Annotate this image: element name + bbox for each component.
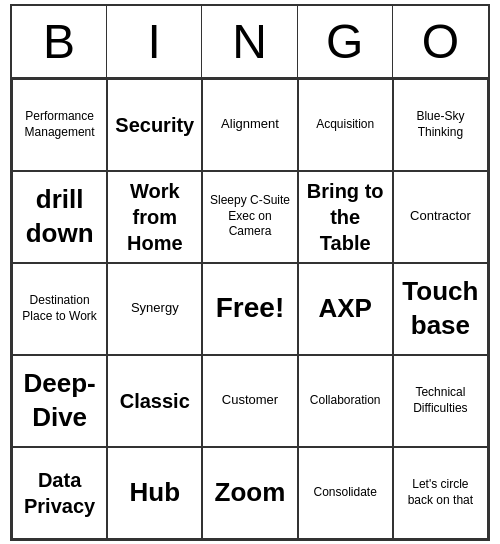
bingo-cell-12: Free! (202, 263, 297, 355)
bingo-card: BINGO Performance ManagementSecurityAlig… (10, 4, 490, 541)
bingo-cell-17: Customer (202, 355, 297, 447)
bingo-cell-13: AXP (298, 263, 393, 355)
bingo-letter-g: G (298, 6, 393, 77)
bingo-letter-n: N (202, 6, 297, 77)
bingo-header: BINGO (12, 6, 488, 79)
bingo-cell-19: Technical Difficulties (393, 355, 488, 447)
bingo-cell-8: Bring to the Table (298, 171, 393, 263)
bingo-cell-7: Sleepy C-Suite Exec on Camera (202, 171, 297, 263)
bingo-cell-16: Classic (107, 355, 202, 447)
bingo-cell-21: Hub (107, 447, 202, 539)
bingo-letter-o: O (393, 6, 488, 77)
bingo-cell-9: Contractor (393, 171, 488, 263)
bingo-cell-10: Destination Place to Work (12, 263, 107, 355)
bingo-cell-15: Deep-Dive (12, 355, 107, 447)
bingo-cell-0: Performance Management (12, 79, 107, 171)
bingo-cell-22: Zoom (202, 447, 297, 539)
bingo-cell-3: Acquisition (298, 79, 393, 171)
bingo-grid: Performance ManagementSecurityAlignmentA… (12, 79, 488, 539)
bingo-cell-1: Security (107, 79, 202, 171)
bingo-cell-6: Work from Home (107, 171, 202, 263)
bingo-cell-20: Data Privacy (12, 447, 107, 539)
bingo-cell-18: Collaboration (298, 355, 393, 447)
bingo-cell-11: Synergy (107, 263, 202, 355)
bingo-cell-23: Consolidate (298, 447, 393, 539)
bingo-letter-b: B (12, 6, 107, 77)
bingo-cell-5: drill down (12, 171, 107, 263)
bingo-cell-4: Blue-Sky Thinking (393, 79, 488, 171)
bingo-letter-i: I (107, 6, 202, 77)
bingo-cell-24: Let's circle back on that (393, 447, 488, 539)
bingo-cell-2: Alignment (202, 79, 297, 171)
bingo-cell-14: Touch base (393, 263, 488, 355)
